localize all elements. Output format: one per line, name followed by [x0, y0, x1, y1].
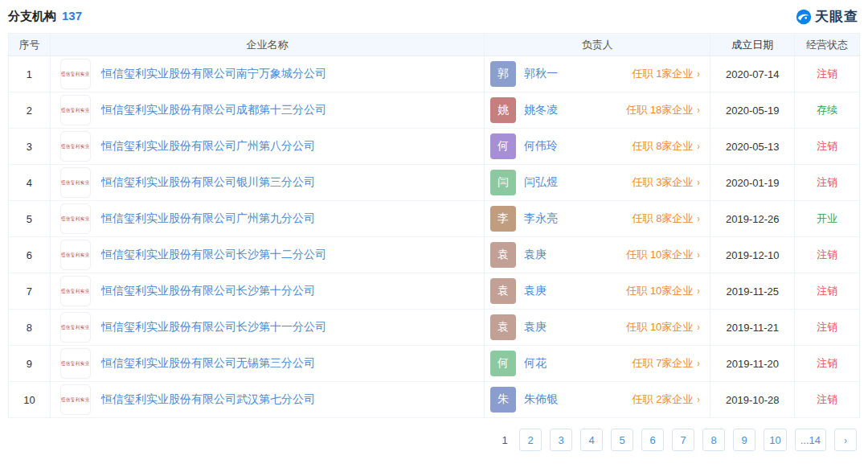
company-logo: 恒信玺利实业 — [60, 59, 91, 89]
company-logo: 恒信玺利实业 — [60, 348, 91, 379]
leader-name-link[interactable]: 朱佈银 — [524, 392, 558, 407]
leader-avatar[interactable]: 何 — [490, 133, 516, 159]
leader-name-link[interactable]: 姚冬凌 — [524, 103, 558, 117]
company-cell: 恒信玺利实业 恒信玺利实业股份有限公司长沙第十二分公司 — [51, 237, 485, 273]
company-name-link[interactable]: 恒信玺利实业股份有限公司成都第十三分公司 — [101, 103, 326, 117]
leader-avatar[interactable]: 袁 — [490, 314, 516, 340]
company-name-link[interactable]: 恒信玺利实业股份有限公司武汉第七分公司 — [101, 392, 315, 407]
leader-avatar[interactable]: 闫 — [490, 170, 516, 195]
positions-label: 任职 7家企业 — [633, 356, 694, 371]
leader-name-link[interactable]: 何花 — [524, 356, 547, 371]
leader-avatar[interactable]: 姚 — [490, 97, 516, 123]
leader-avatar[interactable]: 何 — [490, 351, 516, 376]
status-cell: 注销 — [795, 273, 859, 309]
leader-positions-link[interactable]: 任职 8家企业› — [633, 139, 701, 154]
leader-cell: 闫 闫弘煜 任职 3家企业› — [485, 165, 710, 200]
company-logo: 恒信玺利实业 — [60, 384, 91, 415]
pagination-page-button[interactable]: 3 — [550, 429, 572, 451]
pagination-page-button[interactable]: 7 — [672, 429, 694, 451]
status-text: 注销 — [817, 139, 837, 154]
company-name-link[interactable]: 恒信玺利实业股份有限公司广州第九分公司 — [101, 211, 315, 226]
table-row: 5 恒信玺利实业 恒信玺利实业股份有限公司广州第九分公司 李 李永亮 任职 8家… — [9, 201, 859, 237]
pagination-page-button[interactable]: ...14 — [795, 429, 826, 451]
leader-positions-link[interactable]: 任职 7家企业› — [633, 356, 701, 371]
pagination-page-button[interactable]: 6 — [641, 429, 664, 451]
company-name-link[interactable]: 恒信玺利实业股份有限公司无锡第三分公司 — [101, 356, 315, 371]
brand-logo[interactable]: 天眼查 — [796, 7, 858, 26]
status-cell: 注销 — [795, 346, 859, 381]
status-cell: 注销 — [795, 56, 859, 92]
pagination-next-button[interactable]: › — [834, 429, 857, 451]
status-cell: 注销 — [795, 129, 859, 164]
section-title-wrap: 分支机构 137 — [8, 9, 82, 24]
chevron-right-icon: › — [698, 68, 700, 80]
leader-avatar[interactable]: 李 — [490, 206, 516, 232]
table-row: 1 恒信玺利实业 恒信玺利实业股份有限公司南宁万象城分公司 郭 郭秋一 任职 1… — [9, 56, 859, 92]
status-text: 注销 — [817, 67, 837, 81]
next-page-icon: › — [844, 434, 847, 446]
col-header-company: 企业名称 — [51, 34, 485, 55]
establish-date: 2019-12-10 — [710, 237, 795, 273]
company-logo-text: 恒信玺利实业 — [61, 179, 90, 185]
leader-cell: 袁 袁庚 任职 10家企业› — [485, 273, 710, 309]
leader-name-link[interactable]: 袁庚 — [524, 320, 547, 335]
leader-name-link[interactable]: 郭秋一 — [524, 67, 558, 81]
chevron-right-icon: › — [698, 285, 700, 297]
company-logo: 恒信玺利实业 — [60, 240, 91, 270]
positions-label: 任职 8家企业 — [633, 139, 694, 154]
table-row: 9 恒信玺利实业 恒信玺利实业股份有限公司无锡第三分公司 何 何花 任职 7家企… — [9, 346, 859, 382]
branch-offices-page: 分支机构 137 天眼查 序号 企业名称 负责人 成立日期 经营状态 1 恒 — [0, 0, 868, 472]
pagination-page-button[interactable]: 8 — [702, 429, 725, 451]
table-row: 2 恒信玺利实业 恒信玺利实业股份有限公司成都第十三分公司 姚 姚冬凌 任职 1… — [9, 92, 859, 129]
establish-date: 2019-11-25 — [710, 273, 795, 309]
company-cell: 恒信玺利实业 恒信玺利实业股份有限公司银川第三分公司 — [51, 165, 485, 200]
company-logo-text: 恒信玺利实业 — [61, 71, 90, 76]
leader-avatar[interactable]: 朱 — [490, 387, 516, 412]
leader-positions-link[interactable]: 任职 10家企业› — [626, 284, 700, 298]
pagination-page-button[interactable]: 2 — [519, 429, 542, 451]
status-cell: 注销 — [795, 237, 859, 273]
leader-avatar[interactable]: 袁 — [490, 278, 516, 304]
company-name-link[interactable]: 恒信玺利实业股份有限公司广州第八分公司 — [101, 139, 315, 154]
company-name-link[interactable]: 恒信玺利实业股份有限公司长沙第十一分公司 — [101, 320, 326, 335]
leader-positions-link[interactable]: 任职 3家企业› — [633, 175, 701, 190]
leader-name-link[interactable]: 闫弘煜 — [524, 175, 558, 190]
positions-label: 任职 10家企业 — [626, 320, 693, 335]
pagination-page-button[interactable]: 5 — [611, 429, 633, 451]
leader-positions-link[interactable]: 任职 8家企业› — [633, 211, 701, 226]
leader-name-link[interactable]: 李永亮 — [524, 211, 558, 226]
leader-avatar[interactable]: 郭 — [490, 61, 516, 87]
company-name-link[interactable]: 恒信玺利实业股份有限公司南宁万象城分公司 — [101, 67, 326, 81]
leader-avatar[interactable]: 袁 — [490, 242, 516, 268]
company-cell: 恒信玺利实业 恒信玺利实业股份有限公司成都第十三分公司 — [51, 92, 485, 128]
company-logo: 恒信玺利实业 — [60, 203, 91, 234]
leader-name-link[interactable]: 何伟玲 — [524, 139, 558, 154]
leader-positions-link[interactable]: 任职 10家企业› — [626, 320, 700, 335]
status-cell: 注销 — [795, 310, 859, 345]
status-text: 注销 — [817, 356, 837, 371]
establish-date: 2020-01-19 — [710, 165, 795, 200]
company-logo: 恒信玺利实业 — [60, 95, 91, 125]
company-logo-text: 恒信玺利实业 — [61, 396, 90, 402]
leader-name-link[interactable]: 袁庚 — [524, 284, 547, 298]
pagination-page-button[interactable]: 10 — [764, 429, 786, 451]
leader-positions-link[interactable]: 任职 2家企业› — [633, 392, 701, 407]
company-cell: 恒信玺利实业 恒信玺利实业股份有限公司长沙第十分公司 — [51, 273, 485, 309]
chevron-right-icon: › — [698, 249, 700, 261]
company-name-link[interactable]: 恒信玺利实业股份有限公司长沙第十分公司 — [101, 284, 315, 298]
company-name-link[interactable]: 恒信玺利实业股份有限公司银川第三分公司 — [101, 175, 315, 190]
status-text: 开业 — [817, 211, 837, 226]
leader-cell: 袁 袁庚 任职 10家企业› — [485, 310, 710, 345]
leader-positions-link[interactable]: 任职 18家企业› — [626, 103, 700, 117]
leader-positions-link[interactable]: 任职 10家企业› — [626, 248, 700, 262]
pagination-page-button[interactable]: 9 — [733, 429, 755, 451]
table-body: 1 恒信玺利实业 恒信玺利实业股份有限公司南宁万象城分公司 郭 郭秋一 任职 1… — [9, 56, 859, 418]
company-logo: 恒信玺利实业 — [60, 312, 91, 343]
chevron-right-icon: › — [698, 141, 700, 152]
pagination-page-button[interactable]: 4 — [580, 429, 603, 451]
establish-date: 2020-07-14 — [710, 56, 795, 92]
company-logo-text: 恒信玺利实业 — [61, 360, 90, 366]
leader-positions-link[interactable]: 任职 1家企业› — [633, 67, 701, 81]
leader-name-link[interactable]: 袁庚 — [524, 248, 547, 262]
company-name-link[interactable]: 恒信玺利实业股份有限公司长沙第十二分公司 — [101, 248, 326, 262]
